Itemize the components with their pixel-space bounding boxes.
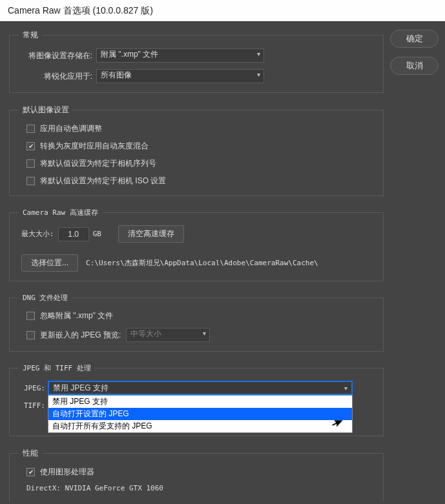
legend-jpeg-tiff: JPEG 和 TIFF 处理 <box>19 363 95 373</box>
group-cache: Camera Raw 高速缓存 最大大小: GB 清空高速缓存 选择位置... … <box>9 208 384 281</box>
label-update-preview: 更新嵌入的 JPEG 预览: <box>40 330 121 341</box>
gpu-info: DirectX: NVIDIA GeForce GTX 1060 <box>19 484 374 492</box>
input-max-size[interactable] <box>58 227 89 241</box>
cache-path: C:\Users\杰森斯坦兄\AppData\Local\Adobe\Camer… <box>86 258 318 268</box>
jpeg-option-1[interactable]: 自动打开设置的 JPEG <box>48 408 352 420</box>
label-tiff: TIFF: <box>19 401 48 410</box>
label-ignore-xmp: 忽略附属 ".xmp" 文件 <box>40 310 113 321</box>
select-save-settings[interactable]: 附属 ".xmp" 文件 <box>96 48 264 63</box>
checkbox-auto-grayscale[interactable] <box>26 142 35 150</box>
label-sharpen: 将锐化应用于: <box>19 71 96 82</box>
checkbox-update-preview[interactable] <box>26 331 35 339</box>
label-auto-tone: 应用自动色调调整 <box>40 123 102 134</box>
checkbox-iso[interactable] <box>26 177 35 185</box>
checkbox-serial[interactable] <box>26 159 35 168</box>
select-sharpen[interactable]: 所有图像 <box>96 69 264 83</box>
checkbox-ignore-xmp[interactable] <box>26 312 35 320</box>
legend-cache: Camera Raw 高速缓存 <box>19 208 102 217</box>
select-preview-size[interactable]: 中等大小 <box>126 328 210 342</box>
select-jpeg-value: 禁用 JPEG 支持 <box>53 383 109 394</box>
checkbox-use-gpu[interactable] <box>26 468 35 476</box>
checkbox-auto-tone[interactable] <box>26 125 35 133</box>
group-jpeg-tiff: JPEG 和 TIFF 处理 JPEG: 禁用 JPEG 支持 禁用 JPEG … <box>9 363 384 436</box>
cancel-button[interactable]: 取消 <box>390 57 439 75</box>
group-defaults: 默认图像设置 应用自动色调调整 转换为灰度时应用自动灰度混合 将默认值设置为特定… <box>9 105 384 196</box>
jpeg-option-0[interactable]: 禁用 JPEG 支持 <box>48 396 352 408</box>
label-auto-grayscale: 转换为灰度时应用自动灰度混合 <box>40 141 149 152</box>
dropdown-jpeg: 禁用 JPEG 支持 自动打开设置的 JPEG 自动打开所有受支持的 JPEG <box>48 395 353 433</box>
label-iso: 将默认值设置为特定于相机 ISO 设置 <box>40 176 166 186</box>
label-save-settings: 将图像设置存储在: <box>19 50 96 61</box>
title-bar: Camera Raw 首选项 (10.0.0.827 版) <box>0 0 445 22</box>
group-general: 常规 将图像设置存储在: 附属 ".xmp" 文件 将锐化应用于: 所有图像 <box>9 30 384 93</box>
button-purge-cache[interactable]: 清空高速缓存 <box>118 225 184 243</box>
jpeg-option-2[interactable]: 自动打开所有受支持的 JPEG <box>48 420 352 432</box>
legend-performance: 性能 <box>19 448 42 459</box>
ok-button[interactable]: 确定 <box>390 30 439 48</box>
legend-dng: DNG 文件处理 <box>19 293 72 303</box>
legend-defaults: 默认图像设置 <box>19 105 73 116</box>
group-dng: DNG 文件处理 忽略附属 ".xmp" 文件 更新嵌入的 JPEG 预览: 中… <box>9 293 384 352</box>
legend-general: 常规 <box>19 30 42 41</box>
cursor-icon <box>329 420 343 429</box>
label-gb: GB <box>93 230 101 238</box>
label-use-gpu: 使用图形处理器 <box>40 467 94 478</box>
group-performance: 性能 使用图形处理器 DirectX: NVIDIA GeForce GTX 1… <box>9 448 384 501</box>
label-jpeg: JPEG: <box>19 384 48 392</box>
label-max-size: 最大大小: <box>21 229 54 239</box>
window-title: Camera Raw 首选项 (10.0.0.827 版) <box>8 5 153 17</box>
label-serial: 将默认值设置为特定于相机序列号 <box>40 158 156 169</box>
button-choose-location[interactable]: 选择位置... <box>21 254 78 272</box>
select-jpeg[interactable]: 禁用 JPEG 支持 <box>48 381 353 395</box>
